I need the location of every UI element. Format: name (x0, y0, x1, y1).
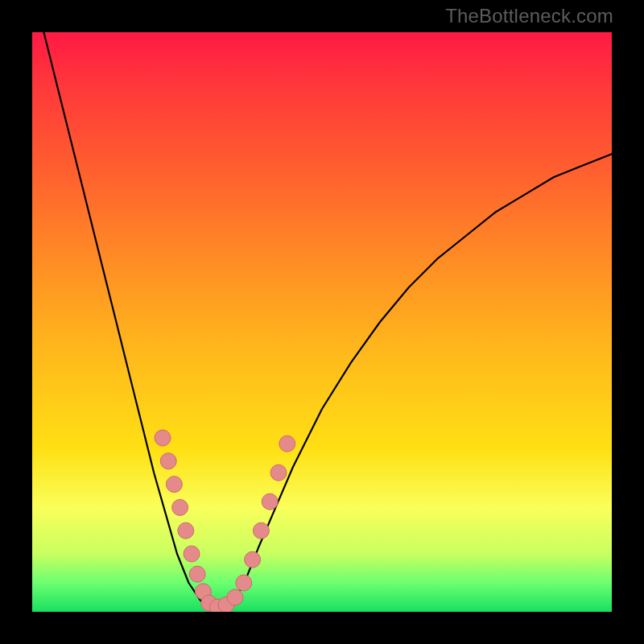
data-marker (166, 477, 182, 493)
plot-area (32, 32, 612, 612)
data-marker (227, 589, 243, 605)
chart-container: TheBottleneck.com (0, 0, 644, 644)
branding-watermark: TheBottleneck.com (445, 5, 613, 27)
data-marker (172, 499, 188, 515)
data-marker (253, 522, 269, 539)
data-marker (279, 436, 295, 452)
data-marker (262, 493, 278, 510)
data-marker (236, 575, 252, 591)
data-marker (178, 522, 194, 539)
data-marker (160, 453, 176, 469)
data-marker (155, 430, 171, 446)
bottleneck-curve (43, 32, 612, 609)
data-marker (189, 566, 205, 582)
data-marker (245, 551, 261, 568)
data-marker (184, 546, 200, 562)
chart-svg (32, 32, 612, 612)
data-marker (270, 464, 287, 481)
